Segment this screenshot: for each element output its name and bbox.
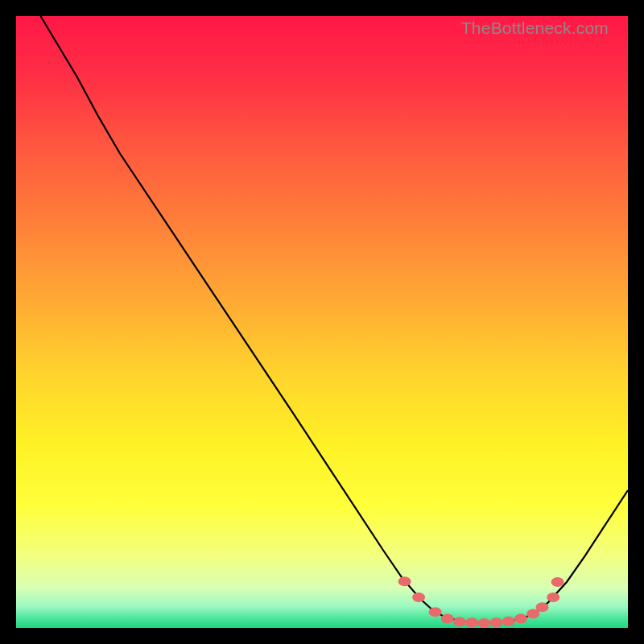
chart-frame: TheBottleneck.com — [16, 16, 628, 628]
watermark-label: TheBottleneck.com — [461, 19, 609, 38]
curve-marker — [441, 614, 454, 624]
curve-marker — [514, 614, 527, 624]
curve-marker — [547, 592, 559, 602]
curve-marker — [429, 607, 442, 617]
curve-marker — [551, 577, 564, 587]
curve-marker — [412, 592, 425, 602]
chart-canvas — [16, 16, 628, 628]
curve-marker — [398, 576, 411, 586]
curve-marker — [536, 602, 549, 612]
curve-marker — [526, 609, 539, 619]
gradient-background — [16, 16, 628, 628]
curve-marker — [490, 617, 503, 627]
curve-marker — [465, 617, 478, 627]
curve-marker — [502, 617, 515, 626]
curve-marker — [477, 618, 490, 628]
curve-marker — [453, 617, 466, 626]
